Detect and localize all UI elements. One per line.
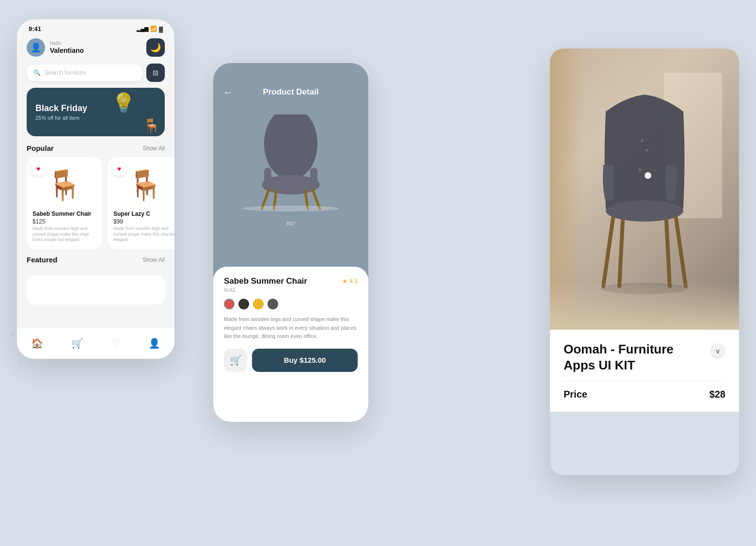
chair-3d-view	[242, 114, 339, 211]
product-card-1[interactable]: ♥ 🪑 Sabeb Summer Chair $125 Made from wo…	[27, 157, 102, 249]
banner-title: Black Friday	[35, 103, 156, 114]
featured-item[interactable]	[27, 275, 165, 305]
featured-card	[17, 275, 174, 305]
kit-title: Oomah - Furniture Apps UI KIT	[564, 341, 674, 373]
product-rating: ★ 4.5	[342, 278, 358, 285]
product-detail-header: ← Product Detail	[213, 63, 368, 105]
wifi-icon: 📶	[150, 26, 157, 32]
phone-middle: ← Product Detail 360° Sabeb Summer Chair…	[213, 63, 368, 422]
popular-label: Popular	[27, 144, 54, 152]
lamp-icon: 💡	[111, 92, 136, 114]
product-detail-title: Product Detail	[263, 87, 318, 97]
svg-rect-6	[264, 168, 271, 185]
info-top-row: Oomah - Furniture Apps UI KIT ∨	[564, 341, 725, 373]
phone-left: 9:41 ▂▄▆ 📶 ▓ 👤 Hello Valentiano 🌙 🔍 Sear…	[17, 19, 174, 359]
banner-subtitle: 25% off for all item	[35, 115, 156, 121]
product-description: Made from wooden legs and curved shape m…	[224, 315, 358, 341]
chair-photo	[550, 48, 739, 330]
svg-point-9	[606, 200, 683, 222]
buy-button[interactable]: Buy $125.00	[252, 349, 358, 372]
hello-label: Hello	[50, 41, 84, 46]
status-time: 9:41	[29, 25, 41, 32]
svg-point-16	[646, 149, 648, 152]
status-icons: ▂▄▆ 📶 ▓	[137, 26, 163, 32]
color-gray[interactable]	[268, 299, 278, 309]
product-name-row: Sabeb Summer Chair ★ 4.5	[224, 276, 358, 286]
svg-point-17	[638, 168, 641, 171]
svg-line-10	[603, 218, 613, 286]
nav-cart[interactable]: 🛒	[71, 337, 83, 349]
buy-row: 🛒 Buy $125.00	[224, 349, 358, 372]
featured-show-all[interactable]: Show All	[142, 257, 165, 263]
battery-icon: ▓	[159, 26, 163, 32]
color-yellow[interactable]	[253, 299, 264, 309]
buy-button-label: Buy $125.00	[284, 356, 326, 364]
color-black[interactable]	[238, 299, 249, 309]
chair-shadow	[242, 206, 339, 211]
rating-value: 4.5	[349, 278, 358, 285]
price-value: $28	[709, 389, 725, 400]
svg-line-12	[619, 221, 623, 286]
nav-home[interactable]: 🏠	[31, 337, 43, 349]
star-icon: ★	[342, 278, 347, 285]
product-desc-2: Made from wooden legs and curved shape m…	[113, 226, 174, 243]
chevron-down-button[interactable]: ∨	[710, 343, 725, 359]
product-detail-name: Sabeb Summer Chair	[224, 276, 307, 286]
svg-rect-7	[310, 168, 317, 185]
svg-point-15	[641, 139, 644, 142]
product-desc-1: Made from wooden legs and curved shape m…	[32, 226, 96, 243]
nav-profile[interactable]: 👤	[148, 337, 160, 349]
search-box[interactable]: 🔍 Search furniture	[27, 64, 142, 81]
avatar: 👤	[27, 38, 45, 57]
products-row: ♥ 🪑 Sabeb Summer Chair $125 Made from wo…	[17, 157, 174, 249]
product-brand: IKAE	[224, 287, 358, 293]
filter-button[interactable]: ⊟	[146, 64, 165, 82]
product-price-2: $99	[113, 218, 174, 225]
search-icon: 🔍	[33, 69, 41, 76]
featured-label: Featured	[27, 256, 57, 264]
info-card: Oomah - Furniture Apps UI KIT ∨ Price $2…	[550, 330, 739, 412]
notification-button[interactable]: 🌙	[146, 38, 165, 57]
price-row: Price $28	[564, 389, 725, 400]
heart-button-1[interactable]: ♥	[32, 162, 45, 176]
add-to-cart-button[interactable]: 🛒	[224, 349, 247, 372]
heart-button-2[interactable]: ♥	[112, 162, 126, 176]
black-friday-banner[interactable]: Black Friday 25% off for all item 💡 🪑	[27, 88, 165, 136]
app-header: 👤 Hello Valentiano 🌙	[17, 35, 174, 62]
status-bar: 9:41 ▂▄▆ 📶 ▓	[17, 19, 174, 35]
user-info: 👤 Hello Valentiano	[27, 38, 84, 57]
svg-point-0	[264, 114, 317, 180]
product-name-2: Super Lazy C	[113, 210, 174, 217]
sofa-icon: 🪑	[143, 118, 160, 134]
kit-title-line2: Apps UI KIT	[564, 358, 635, 372]
color-red[interactable]	[224, 299, 235, 309]
chair-viewer[interactable]	[213, 105, 368, 221]
svg-line-11	[676, 218, 686, 286]
color-options	[224, 299, 358, 309]
view-360-label: 360°	[213, 221, 368, 226]
back-button[interactable]: ←	[223, 87, 233, 98]
right-panel: Oomah - Furniture Apps UI KIT ∨ Price $2…	[550, 48, 739, 475]
product-name-1: Sabeb Summer Chair	[32, 210, 96, 217]
search-row: 🔍 Search furniture ⊟	[17, 62, 174, 88]
product-detail-sheet: Sabeb Summer Chair ★ 4.5 IKAE Made from …	[213, 267, 368, 422]
nav-wishlist[interactable]: ♡	[111, 337, 120, 349]
popular-section-header: Popular Show All	[17, 144, 174, 157]
product-price-1: $125	[32, 218, 96, 225]
chair-photo-svg	[567, 73, 722, 305]
banner-text: Black Friday 25% off for all item	[35, 103, 156, 121]
svg-line-13	[666, 221, 670, 286]
username: Valentiano	[50, 47, 84, 54]
kit-title-line1: Oomah - Furniture	[564, 342, 674, 356]
signal-icon: ▂▄▆	[137, 26, 148, 32]
bottom-nav: 🏠 🛒 ♡ 👤	[17, 327, 174, 359]
product-card-2[interactable]: ♥ 🪑 Super Lazy C $99 Made from wooden le…	[108, 157, 174, 249]
popular-show-all[interactable]: Show All	[142, 145, 165, 152]
user-text: Hello Valentiano	[50, 41, 84, 55]
featured-section-header: Featured Show All	[17, 256, 174, 269]
divider	[564, 381, 725, 381]
price-label: Price	[564, 389, 587, 400]
search-placeholder: Search furniture	[45, 69, 86, 76]
floor	[550, 281, 739, 330]
